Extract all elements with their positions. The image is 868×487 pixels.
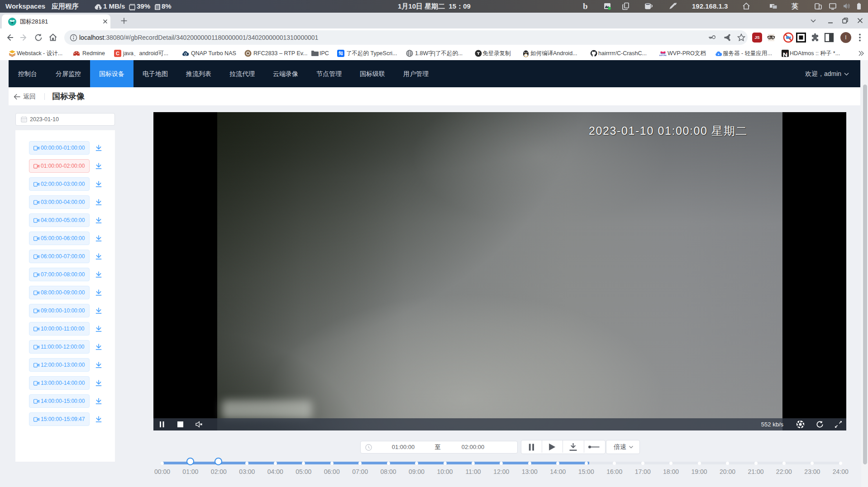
svg-text:WVP-PRO: WVP-PRO (659, 54, 667, 57)
